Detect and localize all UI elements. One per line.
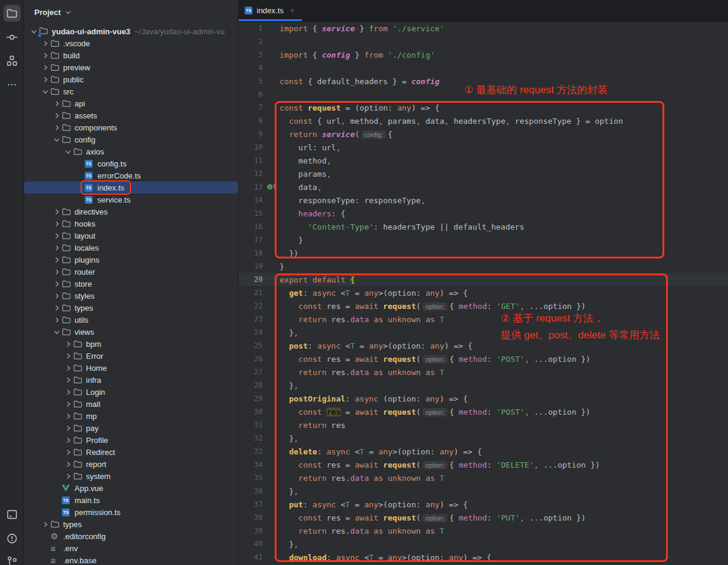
chevron-closed-icon[interactable]: [63, 447, 73, 457]
more-tool-windows-icon[interactable]: ⋯: [4, 76, 20, 93]
chevron-open-icon[interactable]: [63, 147, 73, 156]
code-line-12[interactable]: 12 params,: [239, 167, 728, 180]
code-line-27[interactable]: 27 return res.data as unknown as T: [239, 365, 728, 379]
chevron-open-icon[interactable]: [52, 327, 62, 337]
chevron-closed-icon[interactable]: [63, 363, 73, 373]
tree-item-assets[interactable]: assets: [24, 109, 238, 121]
tree-item-config.ts[interactable]: TSconfig.ts: [24, 157, 238, 170]
tree-item-build[interactable]: build: [24, 49, 238, 61]
tree-item-permission.ts[interactable]: TSpermission.ts: [24, 506, 238, 518]
chevron-closed-icon[interactable]: [40, 519, 50, 529]
problems-icon[interactable]: [4, 530, 20, 547]
tree-item-axios[interactable]: axios: [24, 145, 238, 157]
code-line-19[interactable]: 19}: [239, 260, 728, 273]
tree-item-pay[interactable]: pay: [24, 422, 238, 434]
tree-item-types[interactable]: types: [24, 518, 238, 530]
version-control-icon[interactable]: [4, 553, 20, 565]
code-line-28[interactable]: 28 },: [239, 379, 728, 392]
code-line-18[interactable]: 18 }): [239, 246, 728, 260]
chevron-closed-icon[interactable]: [63, 459, 73, 469]
code-line-41[interactable]: 41 download: async <T = any>(option: any…: [239, 551, 728, 564]
tree-item-index.ts[interactable]: TSindex.ts: [24, 182, 238, 194]
chevron-closed-icon[interactable]: [63, 387, 73, 397]
gutter-change-icon[interactable]: t: [263, 183, 280, 191]
tree-item-Error[interactable]: Error: [24, 350, 238, 362]
close-icon[interactable]: ×: [290, 7, 295, 15]
code-line-7[interactable]: 7const request = (option: any) => {: [239, 101, 728, 114]
chevron-closed-icon[interactable]: [40, 63, 50, 72]
commit-icon[interactable]: [4, 29, 20, 46]
chevron-closed-icon[interactable]: [52, 255, 62, 264]
code-line-21[interactable]: 21 get: async <T = any>(option: any) => …: [239, 286, 728, 299]
chevron-closed-icon[interactable]: [63, 399, 73, 409]
chevron-closed-icon[interactable]: [52, 123, 62, 132]
tree-item-mall[interactable]: mall: [24, 398, 238, 410]
code-line-31[interactable]: 31 return res: [239, 418, 728, 432]
tree-item-config[interactable]: config: [24, 133, 238, 145]
code-line-23[interactable]: 23 return res.data as unknown as T: [239, 313, 728, 326]
chevron-closed-icon[interactable]: [52, 219, 62, 228]
code-line-2[interactable]: 2: [239, 35, 728, 48]
code-line-30[interactable]: 30 const res = await request(option:{ me…: [239, 405, 728, 418]
chevron-closed-icon[interactable]: [52, 315, 62, 325]
code-line-1[interactable]: 1import { service } from './service': [239, 22, 728, 35]
chevron-open-icon[interactable]: [40, 87, 50, 96]
code-line-5[interactable]: 5const { default_headers } = config: [239, 75, 728, 88]
code-line-40[interactable]: 40 },: [239, 537, 728, 551]
tree-item-directives[interactable]: directives: [24, 206, 238, 218]
tree-item-mp[interactable]: mp: [24, 410, 238, 422]
project-folder-icon[interactable]: [4, 5, 20, 22]
code-line-39[interactable]: 39 return res.data as unknown as T: [239, 524, 728, 537]
chevron-closed-icon[interactable]: [40, 38, 50, 48]
tree-item-.vscode[interactable]: .vscode: [24, 37, 238, 49]
chevron-closed-icon[interactable]: [63, 471, 73, 481]
tree-item-.editorconfig[interactable]: ⚙.editorconfig: [24, 530, 238, 542]
tree-item-infra[interactable]: infra: [24, 374, 238, 386]
tree-item-public[interactable]: public: [24, 73, 238, 85]
chevron-closed-icon[interactable]: [63, 351, 73, 361]
chevron-closed-icon[interactable]: [52, 99, 62, 108]
code-line-34[interactable]: 34 const res = await request(option:{ me…: [239, 458, 728, 471]
terminal-icon[interactable]: [4, 506, 20, 523]
code-line-24[interactable]: 24 },: [239, 326, 728, 339]
code-line-6[interactable]: 6: [239, 88, 728, 101]
tree-item-main.ts[interactable]: TSmain.ts: [24, 494, 238, 506]
code-line-14[interactable]: 14 responseType: responseType,: [239, 194, 728, 207]
code-line-8[interactable]: 8 const { url, method, params, data, hea…: [239, 114, 728, 127]
chevron-closed-icon[interactable]: [52, 291, 62, 301]
tree-item-locales[interactable]: locales: [24, 242, 238, 254]
chevron-open-icon[interactable]: [52, 135, 62, 144]
tree-item-App.vue[interactable]: App.vue: [24, 482, 238, 494]
tree-item-layout[interactable]: layout: [24, 230, 238, 242]
code-line-20[interactable]: 20export default {: [239, 273, 728, 286]
tree-item-errorCode.ts[interactable]: TSerrorCode.ts: [24, 170, 238, 182]
chevron-closed-icon[interactable]: [63, 435, 73, 445]
tree-item-Profile[interactable]: Profile: [24, 434, 238, 446]
code-line-37[interactable]: 37 put: async <T = any>(option: any) => …: [239, 498, 728, 511]
chevron-closed-icon[interactable]: [63, 339, 73, 349]
structure-icon[interactable]: [4, 52, 20, 69]
tree-item-.env.base[interactable]: ≡.env.base: [24, 554, 238, 565]
code-line-9[interactable]: 9 return service(config:{: [239, 127, 728, 141]
chevron-closed-icon[interactable]: [52, 303, 62, 313]
chevron-closed-icon[interactable]: [52, 279, 62, 289]
tree-item-Home[interactable]: Home: [24, 362, 238, 374]
tree-item-system[interactable]: system: [24, 470, 238, 482]
code-line-13[interactable]: 13t data,: [239, 180, 728, 194]
chevron-closed-icon[interactable]: [40, 75, 50, 84]
tree-item-src[interactable]: src: [24, 85, 238, 97]
code-line-32[interactable]: 32 },: [239, 432, 728, 445]
chevron-closed-icon[interactable]: [40, 50, 50, 60]
code-line-16[interactable]: 16 'Content-Type': headersType || defaul…: [239, 220, 728, 233]
chevron-closed-icon[interactable]: [63, 375, 73, 385]
code-line-11[interactable]: 11 method,: [239, 154, 728, 167]
code-line-33[interactable]: 33 delete: async <T = any>(option: any) …: [239, 445, 728, 458]
tree-item-router[interactable]: router: [24, 266, 238, 278]
code-line-26[interactable]: 26 const res = await request(option:{ me…: [239, 352, 728, 365]
code-line-36[interactable]: 36 },: [239, 484, 728, 498]
tree-item-bpm[interactable]: bpm: [24, 338, 238, 350]
tree-item-.env[interactable]: ≡.env: [24, 542, 238, 554]
code-line-22[interactable]: 22 const res = await request(option:{ me…: [239, 299, 728, 313]
tab-index-ts[interactable]: TS index.ts ×: [239, 0, 302, 21]
project-panel-header[interactable]: Project: [24, 0, 238, 24]
